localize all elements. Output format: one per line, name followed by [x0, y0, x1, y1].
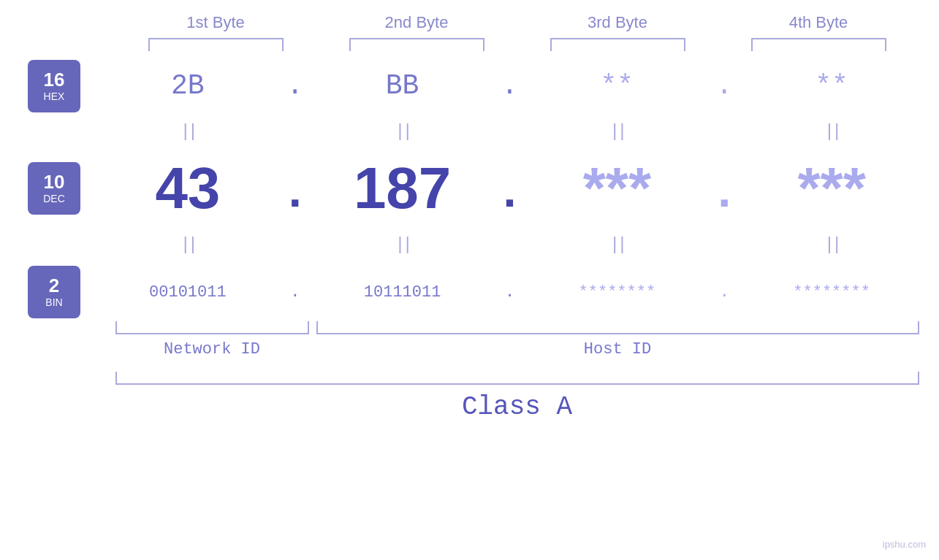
equals-icon-1: || — [180, 122, 195, 142]
class-section: Class A — [115, 372, 919, 422]
byte3-hex-value: ** — [601, 70, 634, 101]
bracket-top-3 — [550, 38, 685, 51]
equals-icon-1b: || — [180, 235, 195, 255]
hex-badge-number: 16 — [44, 70, 65, 89]
byte2-hex-row: BB — [386, 58, 419, 113]
dot2-dec: . — [503, 150, 516, 226]
byte1-bin-row: 00101011 — [149, 263, 227, 321]
byte2-dec-equals: || — [395, 226, 410, 263]
bracket-top-2 — [349, 38, 484, 51]
hex-badge: 16 HEX — [28, 60, 80, 112]
byte1-dec-value: 43 — [155, 155, 220, 222]
top-brackets — [115, 38, 919, 51]
dec-badge-row: 10 DEC — [28, 150, 80, 226]
watermark: ipshu.com — [883, 539, 926, 550]
bin-badge: 2 BIN — [28, 266, 80, 318]
host-id-label: Host ID — [316, 340, 919, 358]
byte2-dec-row: 187 — [354, 150, 451, 226]
equals-icon-4: || — [824, 122, 840, 142]
equals-icon-4b: || — [824, 235, 840, 255]
bin-badge-label: BIN — [45, 296, 62, 308]
bottom-brackets-row — [115, 321, 919, 334]
bottom-section: Network ID Host ID — [115, 321, 919, 358]
byte2-hex-equals: || — [395, 113, 410, 150]
byte1-hex-equals: || — [180, 113, 195, 150]
byte4-hex-value: ** — [815, 70, 848, 101]
byte3-hex-row: ** — [601, 58, 634, 113]
byte4-dec-value: *** — [797, 155, 865, 222]
bracket-network — [115, 321, 309, 334]
dot1-dec: . — [289, 150, 302, 226]
dot3-hex: . — [716, 70, 733, 101]
byte4-header: 4th Byte — [738, 13, 899, 32]
dot3-dec: . — [718, 150, 731, 226]
data-columns: 2B || 43 || 00101011 . — [95, 58, 939, 321]
byte3-dec-equals: || — [609, 226, 625, 263]
dot1-bin: . — [290, 263, 300, 321]
dot1-hex: . — [286, 70, 303, 101]
byte2-hex-value: BB — [386, 70, 419, 101]
bin-badge-row: 2 BIN — [28, 263, 80, 321]
byte2-bin-value: 10111011 — [364, 283, 441, 302]
dot2-bin: . — [505, 263, 514, 321]
main-container: 1st Byte 2nd Byte 3rd Byte 4th Byte 16 H… — [0, 0, 939, 560]
byte4-column: ** || *** || ******** — [739, 58, 924, 321]
bracket-top-1 — [148, 38, 284, 51]
labels-row: Network ID Host ID — [115, 340, 919, 358]
content-area: 16 HEX 10 DEC 2 BIN — [0, 58, 939, 321]
byte3-header: 3rd Byte — [537, 13, 698, 32]
byte1-dec-equals: || — [180, 226, 195, 263]
class-label: Class A — [462, 392, 572, 422]
byte4-hex-equals: || — [824, 113, 840, 150]
byte1-dec-row: 43 — [155, 150, 220, 226]
dec-badge-number: 10 — [44, 172, 65, 191]
dec-badge: 10 DEC — [28, 162, 80, 215]
separator-3: . . . — [710, 58, 739, 321]
byte4-dec-equals: || — [824, 226, 840, 263]
separator-1: . . . — [281, 58, 310, 321]
badges-column: 16 HEX 10 DEC 2 BIN — [0, 58, 95, 321]
byte4-bin-value: ******** — [793, 283, 870, 302]
byte4-hex-row: ** — [815, 58, 848, 113]
bin-badge-number: 2 — [49, 276, 59, 295]
byte3-dec-value: *** — [583, 155, 651, 222]
bracket-top-4 — [751, 38, 886, 51]
byte3-column: ** || *** || ******** — [525, 58, 710, 321]
byte2-column: BB || 187 || 10111011 — [310, 58, 495, 321]
class-bracket — [115, 372, 919, 385]
byte3-hex-equals: || — [609, 113, 625, 150]
byte4-dec-row: *** — [797, 150, 865, 226]
bracket-host — [316, 321, 919, 334]
equals-icon-2: || — [395, 122, 410, 142]
dot3-bin: . — [720, 263, 729, 321]
bracket-gap — [309, 321, 316, 334]
byte1-column: 2B || 43 || 00101011 — [95, 58, 281, 321]
equals-icon-2b: || — [395, 235, 410, 255]
byte2-bin-row: 10111011 — [364, 263, 441, 321]
byte4-bin-row: ******** — [793, 263, 870, 321]
byte1-hex-value: 2B — [171, 70, 205, 101]
dec-eq-spacer — [28, 226, 80, 263]
equals-icon-3b: || — [609, 235, 625, 255]
class-label-row: Class A — [115, 392, 919, 422]
byte3-bin-row: ******** — [579, 263, 656, 321]
hex-badge-row: 16 HEX — [28, 58, 80, 113]
equals-icon-3: || — [609, 122, 625, 142]
byte3-bin-value: ******** — [579, 283, 656, 302]
network-id-label: Network ID — [115, 340, 309, 358]
hex-badge-label: HEX — [44, 91, 65, 102]
byte2-header: 2nd Byte — [336, 13, 497, 32]
byte1-header: 1st Byte — [135, 13, 296, 32]
byte1-hex-row: 2B — [171, 58, 205, 113]
byte2-dec-value: 187 — [354, 155, 451, 222]
hex-eq-spacer — [28, 113, 80, 150]
byte1-bin-value: 00101011 — [149, 283, 227, 302]
byte3-dec-row: *** — [583, 150, 651, 226]
byte-headers: 1st Byte 2nd Byte 3rd Byte 4th Byte — [115, 0, 919, 32]
separator-2: . . . — [495, 58, 525, 321]
dot2-hex: . — [501, 70, 518, 101]
dec-badge-label: DEC — [43, 193, 65, 204]
